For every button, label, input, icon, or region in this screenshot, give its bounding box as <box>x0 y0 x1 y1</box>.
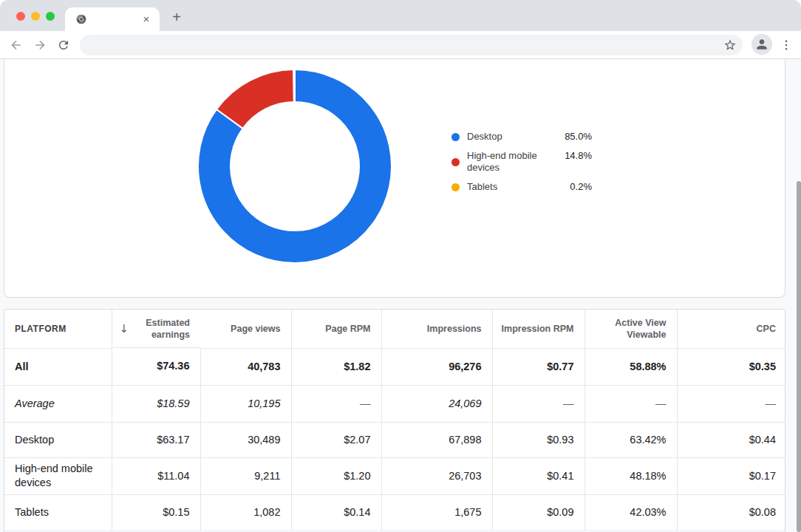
table-row-desktop: Desktop$63.1730,489$2.0767,898$0.9363.42… <box>4 422 785 457</box>
legend-label: Desktop <box>467 131 558 143</box>
row-label: Desktop <box>4 422 112 457</box>
table-cell: 1,675 <box>381 494 492 531</box>
donut-slice-tablets[interactable] <box>293 69 295 102</box>
table-cell: 26,703 <box>381 457 492 494</box>
column-header-cpc[interactable]: CPC <box>677 310 785 348</box>
column-label: Estimated earnings <box>129 317 190 341</box>
legend-item-desktop: Desktop85.0% <box>451 131 592 143</box>
legend-label: Tablets <box>467 181 558 193</box>
table-cell: — <box>291 385 381 422</box>
new-tab-button[interactable]: + <box>168 9 185 27</box>
table-header-row: PLATFORM↓Estimated earningsPage viewsPag… <box>4 310 785 348</box>
legend-item-tablets: Tablets0.2% <box>451 181 592 193</box>
table-cell: $0.14 <box>291 494 381 531</box>
table-cell: $0.41 <box>492 457 584 494</box>
legend-value: 14.8% <box>558 150 592 162</box>
legend-dot-icon <box>451 158 460 166</box>
column-header-estimated-earnings[interactable]: ↓Estimated earnings <box>112 310 201 348</box>
legend-dot-icon <box>451 133 460 141</box>
tab-close-icon[interactable]: × <box>140 13 153 26</box>
table-row-tablets: Tablets$0.151,082$0.141,675$0.0942.03%$0… <box>4 494 785 531</box>
chrome-icon <box>75 13 87 25</box>
table-cell: 10,195 <box>200 385 291 422</box>
platforms-report-card: PLATFORM↓Estimated earningsPage viewsPag… <box>4 309 785 532</box>
column-header-page-rpm[interactable]: Page RPM <box>291 310 381 348</box>
page-content: Desktop85.0%High-end mobile devices14.8%… <box>0 59 801 532</box>
table-cell: $63.17 <box>112 422 200 457</box>
bookmark-star-icon[interactable] <box>723 38 737 52</box>
table-row-all: All$74.3640,783$1.8296,276$0.7758.88%$0.… <box>4 348 785 385</box>
sort-descending-icon: ↓ <box>120 323 129 335</box>
column-header-page-views[interactable]: Page views <box>200 310 291 348</box>
report-table: PLATFORM↓Estimated earningsPage viewsPag… <box>4 310 785 531</box>
table-cell: 30,489 <box>200 422 291 457</box>
table-cell: 40,783 <box>200 348 291 385</box>
table-cell: $0.08 <box>677 494 785 531</box>
table-cell: 24,069 <box>381 385 492 422</box>
table-cell: $2.07 <box>291 422 381 457</box>
chart-legend: Desktop85.0%High-end mobile devices14.8%… <box>451 131 592 193</box>
table-cell: — <box>584 385 677 422</box>
window-close-button[interactable] <box>16 12 25 21</box>
table-cell: 9,211 <box>200 457 291 494</box>
table-cell: $11.04 <box>112 457 200 494</box>
column-header-platform[interactable]: PLATFORM <box>4 310 112 348</box>
row-label: All <box>4 348 112 385</box>
browser-toolbar <box>0 31 801 59</box>
table-cell: $0.15 <box>112 494 200 531</box>
table-cell: 96,276 <box>381 348 492 385</box>
row-label: High-end mobile devices <box>4 457 112 494</box>
legend-item-high-end-mobile-devices: High-end mobile devices14.8% <box>451 150 592 174</box>
window-minimize-button[interactable] <box>31 12 40 21</box>
legend-label: High-end mobile devices <box>467 150 558 174</box>
table-cell: 67,898 <box>381 422 492 457</box>
back-icon[interactable] <box>7 36 25 54</box>
browser-tab[interactable]: × <box>65 7 160 31</box>
table-cell: $0.09 <box>492 494 584 531</box>
profile-avatar-icon[interactable] <box>751 34 772 55</box>
table-cell: $1.82 <box>291 348 381 385</box>
column-header-impression-rpm[interactable]: Impression RPM <box>492 310 584 348</box>
table-cell: 48.18% <box>584 457 677 494</box>
forward-icon[interactable] <box>31 36 49 54</box>
table-cell: — <box>492 385 584 422</box>
row-label: Average <box>4 385 112 422</box>
table-cell: 63.42% <box>584 422 677 457</box>
browser-window: × + Desktop85.0%High-end mobile de <box>0 0 801 532</box>
address-bar[interactable] <box>80 35 743 55</box>
legend-value: 0.2% <box>558 181 592 193</box>
table-cell: $0.77 <box>492 348 584 385</box>
table-cell: $1.20 <box>291 457 381 494</box>
table-row-high-end-mobile-devices: High-end mobile devices$11.049,211$1.202… <box>4 457 785 494</box>
browser-menu-icon[interactable] <box>780 36 793 54</box>
table-cell: 1,082 <box>200 494 291 531</box>
column-header-active-view-viewable[interactable]: Active View Viewable <box>584 310 677 348</box>
address-bar-input[interactable] <box>92 35 712 55</box>
table-cell: $74.36 <box>112 348 200 385</box>
table-cell: $0.44 <box>677 422 785 457</box>
row-label: Tablets <box>4 494 112 531</box>
table-cell: $18.59 <box>112 385 200 422</box>
titlebar: × + <box>0 0 801 31</box>
table-row-average: Average$18.5910,195—24,069——— <box>4 385 785 422</box>
table-cell: — <box>677 385 785 422</box>
window-fullscreen-button[interactable] <box>46 12 55 21</box>
vertical-scrollbar-thumb[interactable] <box>797 181 801 532</box>
table-cell: $0.93 <box>492 422 584 457</box>
table-cell: $0.35 <box>677 348 785 385</box>
column-header-impressions[interactable]: Impressions <box>381 310 492 348</box>
table-cell: 58.88% <box>584 348 677 385</box>
reload-icon[interactable] <box>55 36 72 54</box>
legend-dot-icon <box>451 183 460 191</box>
legend-value: 85.0% <box>558 131 592 143</box>
platforms-chart-card: Desktop85.0%High-end mobile devices14.8%… <box>4 59 785 298</box>
donut-chart <box>191 63 398 270</box>
table-cell: 42.03% <box>584 494 677 531</box>
table-cell: $0.17 <box>677 457 785 494</box>
